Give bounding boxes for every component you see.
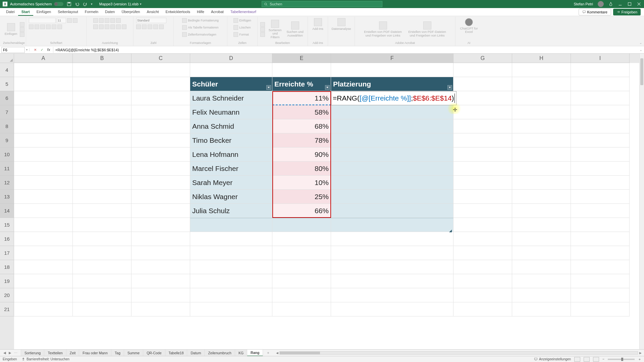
cell-G18[interactable] (453, 260, 512, 274)
format-as-table-button[interactable]: Als Tabelle formatieren (182, 24, 218, 31)
sheet-tab-zeilenumbruch[interactable]: Zeilenumbruch (205, 350, 235, 356)
cell-H9[interactable] (512, 133, 571, 147)
cell-G13[interactable] (453, 190, 512, 204)
autosave-toggle[interactable]: Automatisches Speichern (10, 2, 63, 6)
font-name-input[interactable] (29, 18, 56, 23)
cell-D5[interactable]: Schüler (190, 77, 272, 91)
tab-überprüfen[interactable]: Überprüfen (118, 8, 143, 16)
row-header-12[interactable]: 12 (0, 176, 14, 190)
cell-F13[interactable] (331, 190, 453, 204)
cell-I4[interactable] (571, 63, 630, 77)
cell-H14[interactable] (512, 204, 571, 218)
expand-formula-bar-icon[interactable]: ⌄ (638, 48, 644, 52)
border-icon[interactable] (46, 24, 51, 29)
formula-editing-cell[interactable]: =RANG([@[Erreichte %]];$E$6:$E$14) (331, 91, 457, 105)
add-sheet-button[interactable]: ＋ (263, 350, 273, 356)
cell-E4[interactable] (272, 63, 331, 77)
search-box[interactable]: Suchen (262, 1, 382, 7)
scrollbar-thumb[interactable] (640, 58, 643, 85)
cell-C12[interactable] (131, 176, 190, 190)
cell-C10[interactable] (131, 147, 190, 162)
cell-I19[interactable] (571, 274, 630, 288)
cell-B5[interactable] (73, 77, 131, 91)
cell-A19[interactable] (14, 274, 73, 288)
cell-I10[interactable] (571, 147, 630, 162)
undo-icon[interactable] (75, 2, 79, 6)
cell-I13[interactable] (571, 190, 630, 204)
align-center-icon[interactable] (99, 24, 104, 29)
cell-G21[interactable] (453, 302, 512, 316)
font-color-icon[interactable] (57, 24, 62, 29)
tab-acrobat[interactable]: Acrobat (208, 8, 227, 16)
tab-hilfe[interactable]: Hilfe (194, 8, 208, 16)
cell-H11[interactable] (512, 162, 571, 176)
cell-B14[interactable] (73, 204, 131, 218)
cell-G19[interactable] (453, 274, 512, 288)
cell-A8[interactable] (14, 119, 73, 133)
cell-F16[interactable] (331, 232, 453, 246)
cut-icon[interactable] (20, 22, 24, 27)
sheet-tab-kg[interactable]: KG (235, 350, 247, 356)
data-analysis-button[interactable]: Datenanalyse (330, 17, 352, 31)
cell-F10[interactable] (331, 147, 453, 162)
cell-E19[interactable] (272, 274, 331, 288)
cell-D13[interactable]: Niklas Wagner (190, 190, 272, 204)
cell-D18[interactable] (190, 260, 272, 274)
cell-C9[interactable] (131, 133, 190, 147)
cell-E6[interactable]: 11% (272, 91, 331, 105)
sheet-prev-icon[interactable]: ◀ (3, 351, 6, 355)
row-header-15[interactable]: 15 (0, 218, 14, 232)
formula-input[interactable]: =RANG([@[Erreichte %]];$E$6:$E$14) (53, 47, 638, 53)
format-cells-button[interactable]: Format (233, 32, 249, 38)
cell-C16[interactable] (131, 232, 190, 246)
col-header-I[interactable]: I (571, 54, 630, 63)
align-middle-icon[interactable] (99, 18, 104, 23)
cell-H8[interactable] (512, 119, 571, 133)
col-header-C[interactable]: C (131, 54, 190, 63)
tab-tabellenentwurf[interactable]: Tabellenentwurf (227, 8, 260, 16)
cell-D15[interactable] (190, 218, 272, 232)
tab-einfügen[interactable]: Einfügen (33, 8, 54, 16)
sheet-next-icon[interactable]: ▶ (9, 351, 11, 355)
cell-C17[interactable] (131, 246, 190, 260)
cell-G17[interactable] (453, 246, 512, 260)
cell-B6[interactable] (73, 91, 131, 105)
cell-C18[interactable] (131, 260, 190, 274)
filter-dropdown-icon[interactable] (266, 85, 271, 90)
tab-formeln[interactable]: Formeln (82, 8, 102, 16)
cell-F18[interactable] (331, 260, 453, 274)
confirm-formula-icon[interactable]: ✓ (40, 48, 44, 52)
cell-F8[interactable] (331, 119, 453, 133)
cell-B10[interactable] (73, 147, 131, 162)
cell-D6[interactable]: Laura Schneider (190, 91, 272, 105)
cell-I6[interactable] (571, 91, 630, 105)
number-format-input[interactable] (136, 18, 166, 23)
table-resize-handle[interactable] (449, 230, 452, 232)
cell-H16[interactable] (512, 232, 571, 246)
cell-B20[interactable] (73, 288, 131, 302)
share-button[interactable]: Freigeben (613, 9, 641, 15)
cell-B9[interactable] (73, 133, 131, 147)
merge-icon[interactable] (122, 24, 126, 29)
cell-I18[interactable] (571, 260, 630, 274)
cell-G4[interactable] (453, 63, 512, 77)
currency-icon[interactable] (136, 24, 141, 29)
hscroll-right-icon[interactable]: ▶ (638, 351, 643, 355)
row-header-8[interactable]: 8 (0, 119, 14, 133)
hscroll-left-icon[interactable]: ◀ (275, 351, 279, 355)
cell-A17[interactable] (14, 246, 73, 260)
horizontal-scrollbar[interactable]: ◀ ▶ (273, 350, 644, 356)
cell-E13[interactable]: 25% (272, 190, 331, 204)
conditional-formatting-button[interactable]: Bedingte Formatierung (182, 17, 219, 23)
cell-H5[interactable] (512, 77, 571, 91)
cancel-formula-icon[interactable]: ✕ (33, 48, 38, 52)
cell-A9[interactable] (14, 133, 73, 147)
cell-I14[interactable] (571, 204, 630, 218)
cell-E11[interactable]: 80% (272, 162, 331, 176)
cell-C11[interactable] (131, 162, 190, 176)
zoom-in-icon[interactable]: ＋ (638, 357, 641, 362)
cell-B16[interactable] (73, 232, 131, 246)
sheet-tab-frau-oder-mann[interactable]: Frau oder Mann (79, 350, 111, 356)
find-select-button[interactable]: Suchen und Auswählen (285, 21, 305, 38)
cell-I21[interactable] (571, 302, 630, 316)
